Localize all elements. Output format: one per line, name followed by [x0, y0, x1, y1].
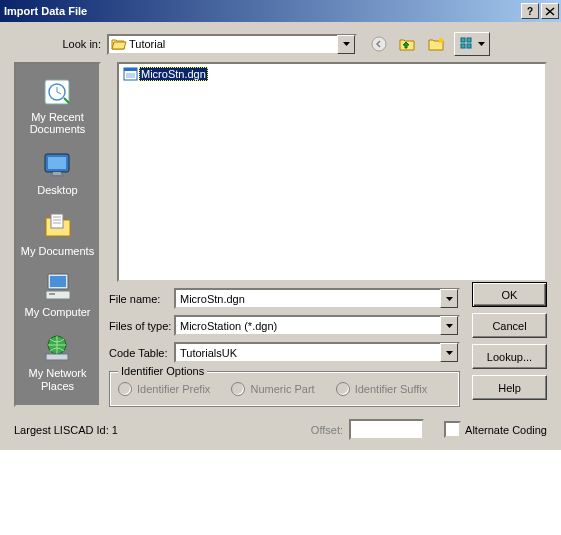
radio-numeric[interactable]: Numeric Part	[231, 382, 314, 396]
svg-rect-17	[46, 354, 68, 360]
filetype-value: MicroStation (*.dgn)	[178, 320, 440, 332]
place-label: My Network Places	[18, 367, 98, 391]
chevron-down-icon	[478, 42, 485, 46]
place-label: My Documents	[21, 245, 94, 257]
titlebar: Import Data File ?	[0, 0, 561, 22]
svg-rect-8	[48, 157, 66, 169]
dropdown-arrow-icon[interactable]	[440, 343, 458, 362]
views-icon	[460, 37, 476, 51]
filename-label: File name:	[109, 293, 174, 305]
status-liscad-id: Largest LISCAD Id: 1	[14, 424, 118, 436]
radio-prefix[interactable]: Identifier Prefix	[118, 382, 210, 396]
file-name: MicroStn.dgn	[139, 67, 208, 81]
filename-value: MicroStn.dgn	[178, 293, 440, 305]
svg-point-0	[372, 37, 386, 51]
radio-icon	[336, 382, 350, 396]
window-title: Import Data File	[4, 5, 87, 17]
place-mycomputer[interactable]: My Computer	[18, 267, 98, 324]
place-label: My Computer	[24, 306, 90, 318]
new-folder-button[interactable]	[425, 33, 448, 55]
svg-rect-11	[51, 214, 63, 228]
place-label: My Recent Documents	[18, 111, 98, 135]
place-recent[interactable]: My Recent Documents	[18, 72, 98, 141]
place-desktop[interactable]: Desktop	[18, 145, 98, 202]
svg-rect-2	[467, 38, 471, 42]
svg-rect-20	[126, 73, 135, 78]
filetype-label: Files of type:	[109, 320, 174, 332]
lookin-label: Look in:	[14, 38, 107, 50]
dropdown-arrow-icon[interactable]	[440, 316, 458, 335]
lookin-combo[interactable]: Tutorial	[107, 34, 357, 55]
folder-open-icon	[111, 37, 127, 51]
radio-label: Identifier Prefix	[137, 383, 210, 395]
svg-rect-9	[53, 172, 61, 175]
offset-input[interactable]	[349, 419, 424, 440]
recent-icon	[42, 76, 74, 108]
identifier-options-group: Identifier Options Identifier Prefix Num…	[109, 371, 460, 407]
svg-rect-19	[124, 68, 137, 71]
folder-up-icon	[399, 36, 417, 52]
file-icon	[123, 67, 139, 81]
filetype-combo[interactable]: MicroStation (*.dgn)	[174, 315, 460, 336]
cancel-button[interactable]: Cancel	[472, 313, 547, 338]
desktop-icon	[42, 149, 74, 181]
up-button[interactable]	[396, 33, 419, 55]
svg-rect-15	[49, 293, 55, 295]
file-item[interactable]: MicroStn.dgn	[121, 66, 210, 82]
svg-rect-4	[467, 44, 471, 48]
back-button[interactable]	[367, 33, 390, 55]
file-list[interactable]: MicroStn.dgn	[117, 62, 547, 282]
svg-rect-1	[461, 38, 465, 42]
codetable-combo[interactable]: TutorialsUK	[174, 342, 460, 363]
radio-icon	[118, 382, 132, 396]
computer-icon	[42, 271, 74, 303]
radio-icon	[231, 382, 245, 396]
filename-combo[interactable]: MicroStn.dgn	[174, 288, 460, 309]
svg-rect-3	[461, 44, 465, 48]
svg-rect-13	[50, 276, 66, 287]
ok-button[interactable]: OK	[472, 282, 547, 307]
offset-label: Offset:	[311, 424, 343, 436]
place-mydocs[interactable]: My Documents	[18, 206, 98, 263]
help-button[interactable]: ?	[521, 3, 539, 19]
codetable-value: TutorialsUK	[178, 347, 440, 359]
radio-label: Identifier Suffix	[355, 383, 428, 395]
places-bar: My Recent Documents Desktop My Documents…	[14, 62, 101, 407]
help-button[interactable]: Help	[472, 375, 547, 400]
dropdown-arrow-icon[interactable]	[440, 289, 458, 308]
lookin-value: Tutorial	[127, 38, 337, 50]
place-network[interactable]: My Network Places	[18, 328, 98, 397]
altcoding-label: Alternate Coding	[465, 424, 547, 436]
back-icon	[371, 36, 387, 52]
radio-suffix[interactable]: Identifier Suffix	[336, 382, 428, 396]
svg-rect-10	[50, 175, 64, 177]
folder-new-icon	[428, 36, 446, 52]
place-label: Desktop	[37, 184, 77, 196]
close-button[interactable]	[541, 3, 559, 19]
group-legend: Identifier Options	[118, 365, 207, 377]
mydocs-icon	[42, 210, 74, 242]
network-icon	[42, 332, 74, 364]
altcoding-checkbox[interactable]	[444, 421, 461, 438]
lookup-button[interactable]: Lookup...	[472, 344, 547, 369]
views-button[interactable]	[454, 32, 490, 56]
codetable-label: Code Table:	[109, 347, 174, 359]
dropdown-arrow-icon[interactable]	[337, 35, 355, 54]
radio-label: Numeric Part	[250, 383, 314, 395]
